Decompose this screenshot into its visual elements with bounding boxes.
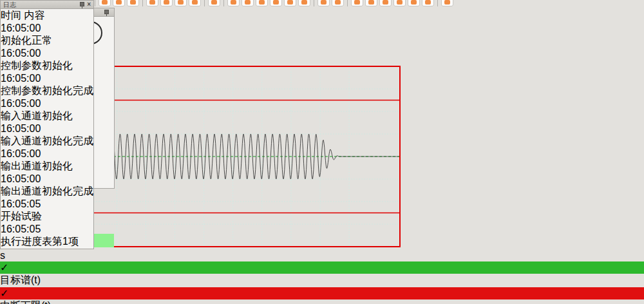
log-row[interactable]: 16:05:05开始试验 xyxy=(1,198,93,223)
label-level-1-icon[interactable] xyxy=(146,0,158,6)
toolbar-separator xyxy=(437,0,438,6)
log-time: 16:05:00 xyxy=(1,173,93,185)
log-row[interactable]: 16:05:00控制参数初始化完成 xyxy=(1,73,93,98)
log-row[interactable]: 16:05:00输出通道初始化完成 xyxy=(1,173,93,198)
log-message: 输出通道初始化 xyxy=(1,160,93,173)
legend-item: ✓目标谱(t) xyxy=(0,261,644,287)
toolbar-separator xyxy=(142,0,143,6)
log-panel: 日志 × 时间 内容 16:05:00初始化正常16:05:00控制参数初始化1… xyxy=(0,0,94,249)
clock-icon[interactable] xyxy=(127,0,139,6)
log-time: 16:05:00 xyxy=(1,23,93,34)
schedule-icon[interactable] xyxy=(113,0,125,6)
log-time: 16:05:00 xyxy=(1,148,93,160)
log-message: 输入通道初始化 xyxy=(1,109,93,123)
window-tile-icon[interactable] xyxy=(317,0,330,6)
log-message: 执行进度表第1项 xyxy=(1,235,93,249)
toolbar-separator xyxy=(314,0,314,6)
layout-single-icon[interactable] xyxy=(227,0,240,6)
log-col-time: 时间 xyxy=(1,10,21,21)
log-message: 输入通道初始化完成 xyxy=(1,135,93,148)
zoom-out-icon[interactable] xyxy=(408,0,420,6)
log-body: 时间 内容 16:05:00初始化正常16:05:00控制参数初始化16:05:… xyxy=(0,9,94,249)
legend-item: ✓中断下限(t) xyxy=(0,287,644,304)
log-row[interactable]: 16:05:00控制参数初始化 xyxy=(1,48,93,73)
log-rows: 16:05:00初始化正常16:05:00控制参数初始化16:05:00控制参数… xyxy=(1,23,93,249)
layout-grid-4-icon[interactable] xyxy=(256,0,268,6)
log-message: 控制参数初始化完成 xyxy=(1,84,93,98)
toolbar-separator xyxy=(95,0,95,6)
link-channels-icon[interactable] xyxy=(189,0,201,6)
log-message: 控制参数初始化 xyxy=(1,59,93,73)
log-row[interactable]: 16:05:05执行进度表第1项 xyxy=(1,223,93,249)
x-axis-label: s xyxy=(0,250,644,261)
zoom-reset-icon[interactable] xyxy=(422,0,434,6)
log-row[interactable]: 16:05:00输入通道初始化 xyxy=(1,98,93,123)
toolbar-separator xyxy=(223,0,224,6)
fit-height-icon[interactable] xyxy=(365,0,377,6)
log-header: 日志 × xyxy=(0,0,94,9)
log-time: 16:05:00 xyxy=(1,48,93,59)
pin-icon[interactable] xyxy=(79,1,84,8)
chart-legend: ✓目标谱(t)✓中断下限(t)✓中断上限(t)✓控制(t) xyxy=(0,261,644,304)
log-row[interactable]: 16:05:00输入通道初始化完成 xyxy=(1,123,93,148)
log-column-headers: 时间 内容 xyxy=(1,9,93,23)
legend-label: 中断下限(t) xyxy=(0,299,644,304)
close-icon[interactable]: × xyxy=(87,1,91,8)
log-time: 16:05:05 xyxy=(1,223,93,235)
toolbar-separator xyxy=(347,0,348,6)
legend-checkbox[interactable]: ✓ xyxy=(0,287,644,299)
log-col-content: 内容 xyxy=(24,10,44,21)
chart-properties-icon[interactable] xyxy=(270,0,282,6)
log-time: 16:05:00 xyxy=(1,73,93,84)
pin-icon[interactable] xyxy=(104,9,109,16)
label-level-3-icon[interactable] xyxy=(175,0,187,6)
window-cascade-icon[interactable] xyxy=(332,0,344,6)
log-time: 16:05:00 xyxy=(1,123,93,135)
zoom-in-icon[interactable] xyxy=(393,0,406,6)
chart-edit-icon[interactable] xyxy=(298,0,310,6)
chart-add-icon[interactable] xyxy=(284,0,296,6)
log-message: 开始试验 xyxy=(1,210,93,223)
application-window: 控制栏 运行状态 脉冲总数:50输出脉冲数:2剩余脉冲数:48目标峰值(G):1… xyxy=(0,0,644,304)
legend-label: 目标谱(t) xyxy=(0,274,644,287)
log-row[interactable]: 16:05:00初始化正常 xyxy=(1,23,93,48)
favorite-icon[interactable] xyxy=(99,0,111,6)
log-time: 16:05:05 xyxy=(1,198,93,210)
refresh-icon[interactable] xyxy=(441,0,453,6)
log-time: 16:05:00 xyxy=(1,98,93,109)
label-level-2-icon[interactable] xyxy=(160,0,173,6)
cursor-tool-icon[interactable] xyxy=(379,0,392,6)
log-title: 日志 xyxy=(3,1,79,9)
fit-width-icon[interactable] xyxy=(351,0,363,6)
layout-grid-2-icon[interactable] xyxy=(242,0,254,6)
log-message: 输出通道初始化完成 xyxy=(1,185,93,198)
log-row[interactable]: 16:05:00输出通道初始化 xyxy=(1,148,93,173)
signal-waveform-icon[interactable] xyxy=(208,0,220,6)
toolbar-separator xyxy=(204,0,205,6)
legend-checkbox[interactable]: ✓ xyxy=(0,261,644,274)
log-message: 初始化正常 xyxy=(1,34,93,48)
